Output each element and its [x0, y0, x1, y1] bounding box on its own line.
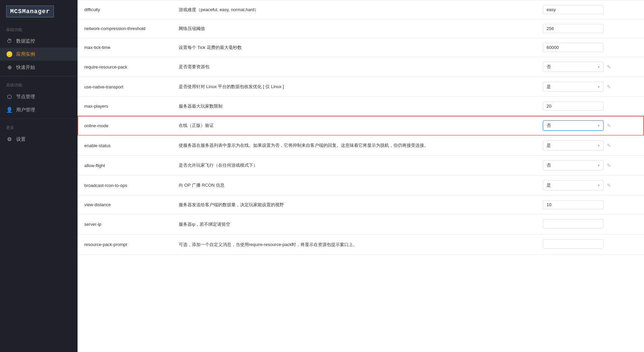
sidebar-item-settings[interactable]: ⚙ 设置 [0, 133, 78, 146]
config-desc: 向 OP 广播 RCON 信息 [172, 175, 536, 195]
advanced-section-label: 高级功能 [0, 78, 78, 90]
config-key: allow-flight [78, 156, 172, 175]
config-select[interactable]: 是▾ [543, 82, 604, 92]
basic-section-label: 基础功能 [0, 23, 78, 35]
config-value-cell: 256 [536, 19, 644, 38]
config-key: network-compression-threshold [78, 19, 172, 38]
config-desc: 可选，添加一个自定义消息，当使用require-resource-pack时，将… [172, 235, 536, 255]
config-key: require-resource-pack [78, 57, 172, 77]
sidebar-divider [0, 76, 78, 76]
table-row: max-tick-time设置每个 Tick 花费的最大毫秒数60000 [78, 38, 644, 57]
config-select[interactable]: 否▾ [543, 62, 604, 72]
select-wrapper: 是▾✎ [543, 140, 637, 151]
config-key: view-distance [78, 195, 172, 214]
config-table-area: difficulty游戏难度（peaceful, easy, normal,ha… [78, 0, 644, 352]
config-input-display[interactable]: 256 [543, 24, 604, 33]
config-value-cell: 否▾✎ [536, 57, 644, 77]
config-value-cell: easy [536, 0, 644, 19]
sidebar-item-label: 应用实例 [16, 51, 35, 57]
sidebar-item-label: 数据监控 [16, 38, 35, 44]
config-desc: 设置每个 Tick 花费的最大毫秒数 [172, 38, 536, 57]
config-key: max-tick-time [78, 38, 172, 57]
sidebar-item-label: 设置 [16, 136, 26, 142]
config-select[interactable]: 是▾ [543, 140, 604, 151]
config-key: difficulty [78, 0, 172, 19]
chevron-down-icon: ▾ [598, 143, 600, 148]
sidebar-item-label: 快速开始 [16, 64, 35, 71]
config-input-display[interactable] [543, 239, 604, 249]
main-content: difficulty游戏难度（peaceful, easy, normal,ha… [78, 0, 644, 352]
config-desc: 服务器ip，若不绑定请留空 [172, 214, 536, 235]
config-value-cell: 是▾✎ [536, 77, 644, 97]
config-desc: 是否需要资源包 [172, 57, 536, 77]
select-value: 是 [547, 182, 551, 188]
config-input-display[interactable]: easy [543, 5, 604, 14]
config-input-display[interactable] [543, 219, 604, 228]
table-row: require-resource-pack是否需要资源包否▾✎ [78, 57, 644, 77]
sidebar-item-label: 用户管理 [16, 107, 35, 113]
config-value-cell: 否▾✎ [536, 156, 644, 175]
chevron-down-icon: ▾ [598, 65, 600, 69]
config-key: broadcast-rcon-to-ops [78, 175, 172, 195]
config-key: server-ip [78, 214, 172, 235]
coin-icon: 🪙 [6, 51, 13, 57]
chevron-down-icon: ▾ [598, 85, 600, 89]
select-value: 否 [547, 64, 551, 70]
user-icon: 👤 [6, 107, 13, 113]
chevron-down-icon: ▾ [598, 163, 600, 168]
config-value-cell [536, 214, 644, 235]
sidebar-item-data-monitor[interactable]: ⏱ 数据监控 [0, 35, 78, 48]
edit-icon[interactable]: ✎ [606, 63, 612, 71]
select-value: 否 [547, 162, 551, 168]
sidebar-item-label: 节点管理 [16, 94, 35, 100]
table-row: online-mode在线（正版）验证否▾✎ [78, 116, 644, 136]
table-row: difficulty游戏难度（peaceful, easy, normal,ha… [78, 0, 644, 19]
chevron-down-icon: ▾ [598, 124, 600, 128]
edit-icon[interactable]: ✎ [606, 181, 612, 189]
sidebar-divider-2 [0, 118, 78, 119]
config-value-cell [536, 235, 644, 255]
config-table: difficulty游戏难度（peaceful, easy, normal,ha… [78, 0, 644, 255]
table-row: allow-flight是否允许玩家飞行（在任何游戏模式下）否▾✎ [78, 156, 644, 175]
select-value: 是 [547, 84, 551, 90]
table-row: network-compression-threshold网络压缩阈值256 [78, 19, 644, 38]
table-row: broadcast-rcon-to-ops向 OP 广播 RCON 信息是▾✎ [78, 175, 644, 195]
config-value-cell: 10 [536, 195, 644, 214]
sidebar-item-app-instance[interactable]: 🪙 应用实例 [0, 48, 78, 61]
table-row: server-ip服务器ip，若不绑定请留空 [78, 214, 644, 235]
edit-icon[interactable]: ✎ [606, 161, 612, 169]
node-icon: ⬡ [6, 93, 13, 100]
edit-icon[interactable]: ✎ [606, 121, 612, 130]
select-value: 否 [547, 123, 551, 129]
select-wrapper: 否▾✎ [543, 120, 637, 131]
config-input-display[interactable]: 20 [543, 102, 604, 111]
select-wrapper: 否▾✎ [543, 62, 637, 72]
config-select[interactable]: 否▾ [543, 160, 604, 170]
more-section-label: 更多 [0, 121, 78, 133]
select-value: 是 [547, 142, 551, 148]
config-select[interactable]: 是▾ [543, 180, 604, 190]
table-row: view-distance服务器发送给客户端的数据量，决定玩家能设置的视野10 [78, 195, 644, 214]
config-select[interactable]: 否▾ [543, 120, 604, 131]
edit-icon[interactable]: ✎ [606, 141, 612, 150]
config-key: enable-status [78, 136, 172, 156]
clock-icon: ⏱ [6, 38, 13, 44]
config-key: online-mode [78, 116, 172, 136]
config-desc: 服务器最大玩家数限制 [172, 97, 536, 116]
config-value-cell: 60000 [536, 38, 644, 57]
table-row: enable-status使服务器在服务器列表中显示为在线。如果设置为否，它将抑… [78, 136, 644, 156]
config-value-cell: 否▾✎ [536, 116, 644, 136]
table-row: resource-pack-prompt可选，添加一个自定义消息，当使用requ… [78, 235, 644, 255]
select-wrapper: 是▾✎ [543, 180, 637, 190]
sidebar-item-node-manage[interactable]: ⬡ 节点管理 [0, 90, 78, 103]
config-input-display[interactable]: 10 [543, 200, 604, 209]
sidebar-item-user-manage[interactable]: 👤 用户管理 [0, 103, 78, 116]
config-input-display[interactable]: 60000 [543, 43, 604, 52]
edit-icon[interactable]: ✎ [606, 83, 612, 91]
gear-icon: ⚙ [6, 136, 13, 142]
select-wrapper: 是▾✎ [543, 82, 637, 92]
plus-circle-icon: ⊕ [6, 64, 13, 71]
table-row: use-native-transport是否使用针对 Linux 平台的数据包收… [78, 77, 644, 97]
logo-text: MCSManager [6, 5, 54, 18]
sidebar-item-quick-start[interactable]: ⊕ 快速开始 [0, 61, 78, 74]
